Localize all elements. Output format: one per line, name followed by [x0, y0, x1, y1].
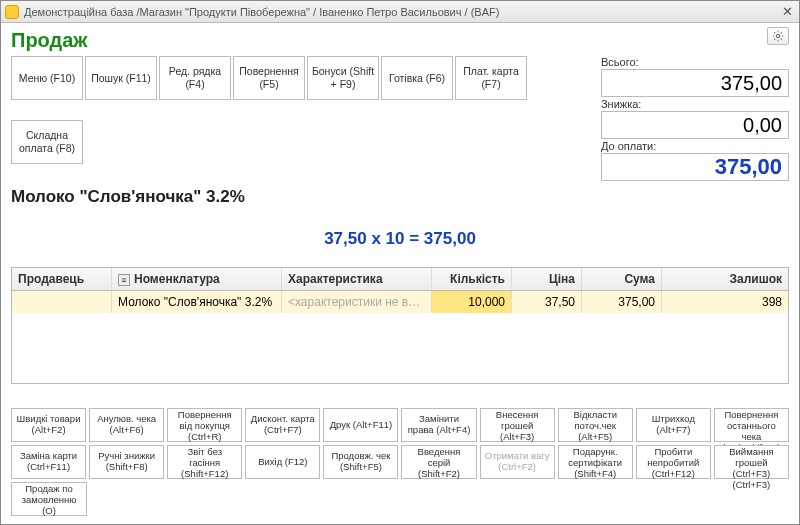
search-button[interactable]: Пошук (F11) — [85, 56, 157, 100]
titlebar: Демонстраційна база /Магазин "Продукти П… — [1, 1, 799, 23]
hold-check-button[interactable]: Відкласти поточ.чек (Alt+F5) — [558, 408, 633, 442]
continue-check-button[interactable]: Продовж. чек (Shift+F5) — [323, 445, 398, 479]
cell-seller[interactable] — [12, 291, 112, 313]
cell-price[interactable]: 37,50 — [512, 291, 582, 313]
get-weight-button[interactable]: Отримати вагу (Ctrl+F2) — [480, 445, 555, 479]
due-value: 375,00 — [601, 153, 789, 181]
col-qty-header[interactable]: Кількість — [432, 268, 512, 290]
app-icon — [5, 5, 19, 19]
cash-button[interactable]: Готівка (F6) — [381, 56, 453, 100]
grid-body-empty — [12, 313, 788, 383]
bottom-row-1: Швидкі товари (Alt+F2) Анулюв. чека (Alt… — [11, 408, 789, 442]
void-check-button[interactable]: Анулюв. чека (Alt+F6) — [89, 408, 164, 442]
cash-out-button[interactable]: Виймання грошей (Ctrl+F3) (Ctrl+F3) — [714, 445, 789, 479]
col-price-header[interactable]: Ціна — [512, 268, 582, 290]
sku-badge-icon: ≡ — [118, 274, 130, 286]
bonuses-button[interactable]: Бонуси (Shift + F9) — [307, 56, 379, 100]
total-value: 375,00 — [601, 69, 789, 97]
sale-by-order-button[interactable]: Продаж по замовленню (O) — [11, 482, 87, 516]
bottom-row-3: Продаж по замовленню (O) — [11, 482, 789, 516]
exit-button[interactable]: Вихід (F12) — [245, 445, 320, 479]
totals-panel: Всього: 375,00 Знижка: 0,00 До оплати: 3… — [601, 56, 789, 181]
total-row: Всього: 375,00 — [601, 56, 789, 97]
grid-header: Продавець ≡Номенклатура Характеристика К… — [12, 268, 788, 291]
due-label: До оплати: — [601, 140, 789, 152]
punch-unpunched-button[interactable]: Пробити непробитий (Ctrl+F12) — [636, 445, 711, 479]
return-button[interactable]: Повернення (F5) — [233, 56, 305, 100]
items-grid[interactable]: Продавець ≡Номенклатура Характеристика К… — [11, 267, 789, 384]
col-seller-header[interactable]: Продавець — [12, 268, 112, 290]
cell-qty[interactable]: 10,000 — [432, 291, 512, 313]
col-rem-header[interactable]: Залишок — [662, 268, 788, 290]
due-row: До оплати: 375,00 — [601, 140, 789, 181]
col-char-header[interactable]: Характеристика — [282, 268, 432, 290]
return-last-check-button[interactable]: Повернення останнього чека (Ctrl+Shift+R… — [714, 408, 789, 442]
current-item-name: Молоко "Слов'яночка" 3.2% — [11, 187, 789, 207]
complex-pay-button[interactable]: Складна оплата (F8) — [11, 120, 83, 164]
cell-sku[interactable]: Молоко "Слов'яночка" 3.2% — [112, 291, 282, 313]
menu-button[interactable]: Меню (F10) — [11, 56, 83, 100]
content-area: Продаж Меню (F10) Пошук (F11) Ред. рядка… — [1, 23, 799, 524]
barcode-button[interactable]: Штрихкод (Alt+F7) — [636, 408, 711, 442]
app-window: Демонстраційна база /Магазин "Продукти П… — [0, 0, 800, 525]
change-rights-button[interactable]: Замінити права (Alt+F4) — [401, 408, 476, 442]
settings-button[interactable] — [767, 27, 789, 45]
top-area: Меню (F10) Пошук (F11) Ред. рядка (F4) П… — [11, 56, 789, 181]
calc-line: 37,50 x 10 = 375,00 — [11, 229, 789, 249]
cash-in-button[interactable]: Внесення грошей (Alt+F3) — [480, 408, 555, 442]
window-title: Демонстраційна база /Магазин "Продукти П… — [24, 6, 779, 18]
x-report-button[interactable]: Звіт без гасіння (Shift+F12) — [167, 445, 242, 479]
col-sku-header-text: Номенклатура — [134, 272, 220, 286]
return-from-customer-button[interactable]: Повернення від покупця (Ctrl+R) — [167, 408, 242, 442]
bottom-row-2: Заміна карти (Ctrl+F11) Ручні знижки (Sh… — [11, 445, 789, 479]
col-sku-header[interactable]: ≡Номенклатура — [112, 268, 282, 290]
discount-value: 0,00 — [601, 111, 789, 139]
edit-row-button[interactable]: Ред. рядка (F4) — [159, 56, 231, 100]
cell-char[interactable]: <характеристики не вик... — [282, 291, 432, 313]
page-title: Продаж — [11, 29, 789, 52]
quick-goods-button[interactable]: Швидкі товари (Alt+F2) — [11, 408, 86, 442]
bottom-toolbar: Швидкі товари (Alt+F2) Анулюв. чека (Alt… — [11, 400, 789, 516]
gear-icon — [772, 30, 784, 42]
cell-rem[interactable]: 398 — [662, 291, 788, 313]
total-label: Всього: — [601, 56, 789, 68]
card-button[interactable]: Плат. карта (F7) — [455, 56, 527, 100]
manual-discounts-button[interactable]: Ручні знижки (Shift+F8) — [89, 445, 164, 479]
enter-series-button[interactable]: Введення серій (Shift+F2) — [401, 445, 476, 479]
table-row[interactable]: Молоко "Слов'яночка" 3.2% <характеристик… — [12, 291, 788, 313]
main-toolbar: Меню (F10) Пошук (F11) Ред. рядка (F4) П… — [11, 56, 595, 181]
col-sum-header[interactable]: Сума — [582, 268, 662, 290]
discount-label: Знижка: — [601, 98, 789, 110]
cell-sum[interactable]: 375,00 — [582, 291, 662, 313]
close-icon[interactable]: ✕ — [779, 4, 795, 20]
discount-card-button[interactable]: Дисконт. карта (Ctrl+F7) — [245, 408, 320, 442]
svg-point-0 — [776, 34, 779, 37]
print-button[interactable]: Друк (Alt+F11) — [323, 408, 398, 442]
discount-row: Знижка: 0,00 — [601, 98, 789, 139]
gift-certificates-button[interactable]: Подарунк. сертифікати (Shift+F4) — [558, 445, 633, 479]
replace-card-button[interactable]: Заміна карти (Ctrl+F11) — [11, 445, 86, 479]
